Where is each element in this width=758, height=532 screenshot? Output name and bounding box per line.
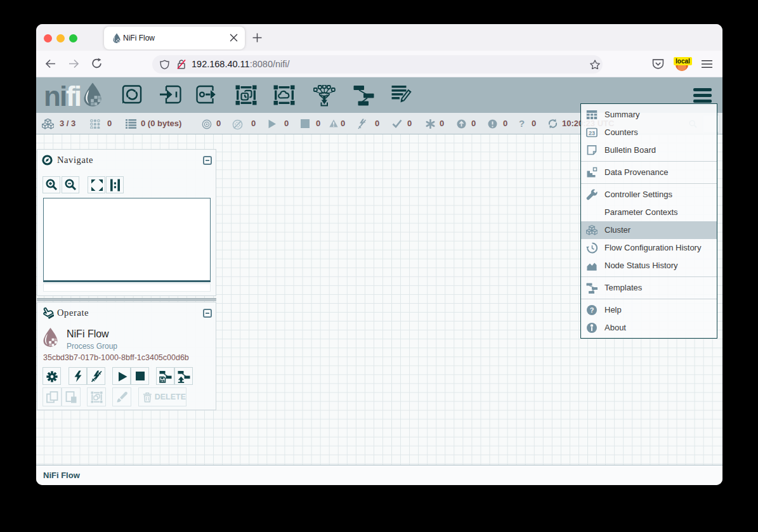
svg-text:?: ? (590, 306, 594, 314)
svg-text:23: 23 (589, 130, 595, 136)
